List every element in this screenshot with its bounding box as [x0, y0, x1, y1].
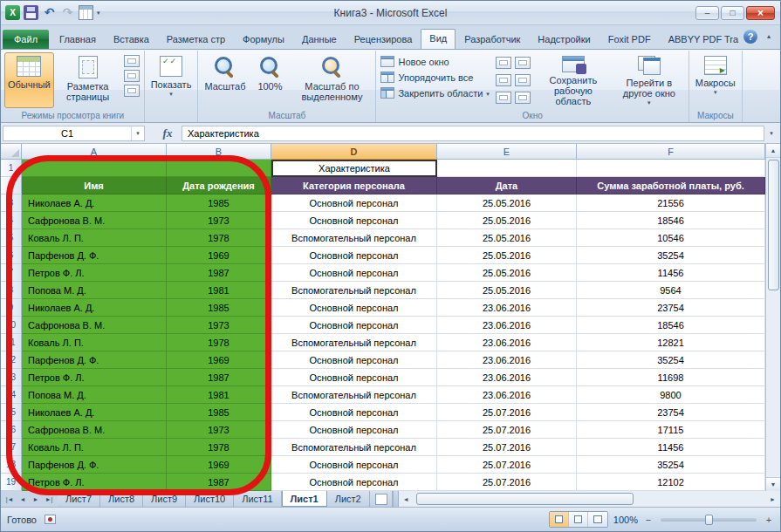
cell-A5[interactable]: Коваль Л. П. [22, 229, 167, 247]
cell-B6[interactable]: 1969 [167, 247, 271, 264]
cell-E16[interactable]: 25.07.2016 [437, 421, 577, 439]
sheet-nav-prev-icon[interactable]: ◄ [17, 496, 29, 502]
expand-formula-bar-icon[interactable]: ▾ [764, 130, 778, 137]
restore-window-icon[interactable]: □ [721, 6, 744, 20]
tab-splitter[interactable] [393, 491, 399, 507]
cell-A3[interactable]: Николаев А. Д. [22, 194, 167, 212]
column-header-D[interactable]: D [271, 144, 437, 160]
row-header-19[interactable]: 19 [1, 474, 22, 491]
cell-E3[interactable]: 25.05.2016 [437, 194, 577, 212]
sheet-nav-first-icon[interactable]: |◄ [3, 496, 16, 502]
cell-E11[interactable]: 23.06.2016 [437, 334, 577, 351]
sheet-tab-Лист11[interactable]: Лист11 [234, 491, 281, 507]
row-header-10[interactable]: 10 [1, 317, 22, 334]
unhide-window-icon[interactable] [496, 92, 511, 104]
cell-D15[interactable]: Основной персонал [271, 404, 437, 421]
cell-F18[interactable]: 35254 [577, 456, 765, 474]
insert-function-button[interactable]: fx [154, 126, 182, 141]
zoom-100-button[interactable]: 100% [250, 52, 290, 108]
cell-B9[interactable]: 1985 [167, 299, 271, 317]
ribbon-tab-3[interactable]: Разметка стр [158, 31, 234, 49]
ribbon-tab-7[interactable]: Вид [421, 29, 456, 49]
cell-B2[interactable]: Дата рождения [167, 177, 271, 194]
row-header-18[interactable]: 18 [1, 456, 22, 474]
excel-app-icon[interactable] [5, 5, 20, 20]
reset-position-icon[interactable] [515, 92, 531, 104]
cell-A8[interactable]: Попова М. Д. [22, 282, 167, 299]
minimize-window-icon[interactable]: – [695, 6, 719, 20]
formula-content[interactable]: Характеристика [182, 126, 764, 141]
cell-F9[interactable]: 23754 [577, 299, 765, 317]
cell-F8[interactable]: 9564 [577, 282, 765, 299]
cell-A12[interactable]: Парфенов Д. Ф. [22, 351, 167, 369]
cell-D8[interactable]: Вспомогательный персонал [271, 282, 437, 299]
cell-D2[interactable]: Категория персонала [271, 177, 437, 194]
cell-F15[interactable]: 23754 [577, 404, 765, 421]
formula-bar-splitter[interactable] [145, 125, 154, 141]
help-icon[interactable]: ? [743, 30, 757, 44]
cell-B1[interactable] [167, 160, 271, 177]
ribbon-tab-0[interactable]: Файл [3, 30, 49, 49]
cell-A19[interactable]: Петров Ф. Л. [22, 474, 167, 491]
cell-F4[interactable]: 18546 [577, 212, 765, 229]
cell-A16[interactable]: Сафронова В. М. [22, 421, 167, 439]
view-side-by-side-icon[interactable] [515, 57, 531, 69]
zoom-slider-thumb[interactable] [705, 515, 713, 525]
row-header-2[interactable]: 2 [1, 177, 22, 194]
zoom-slider[interactable] [661, 518, 757, 522]
row-header-8[interactable]: 8 [1, 282, 22, 299]
cell-E13[interactable]: 23.06.2016 [437, 369, 577, 386]
row-header-13[interactable]: 13 [1, 369, 22, 386]
sheet-tab-Лист10[interactable]: Лист10 [186, 491, 234, 507]
row-header-4[interactable]: 4 [1, 212, 22, 229]
ribbon-tab-10[interactable]: Foxit PDF [599, 31, 660, 49]
cell-A18[interactable]: Парфенов Д. Ф. [22, 456, 167, 474]
vertical-scrollbar[interactable]: ▲ ▼ [765, 144, 780, 491]
cell-B18[interactable]: 1969 [167, 456, 271, 474]
cell-D1[interactable]: Характеристика [271, 160, 437, 177]
cell-A15[interactable]: Николаев А. Д. [22, 404, 167, 421]
cell-D7[interactable]: Основной персонал [271, 264, 437, 282]
grid-icon[interactable] [79, 5, 93, 20]
cell-E17[interactable]: 25.07.2016 [437, 439, 577, 456]
cell-A6[interactable]: Парфенов Д. Ф. [22, 247, 167, 264]
sync-scroll-icon[interactable] [515, 74, 531, 86]
save-workspace-button[interactable]: Сохранить рабочую область [535, 52, 612, 108]
cell-A10[interactable]: Сафронова В. М. [22, 317, 167, 334]
zoom-out-icon[interactable]: − [643, 515, 654, 525]
normal-view-button[interactable]: Обычный [4, 52, 54, 108]
macros-button[interactable]: Макросы ▾ [692, 52, 739, 108]
scroll-down-icon[interactable]: ▼ [766, 477, 780, 491]
undo-icon[interactable]: ↶ [42, 5, 57, 20]
close-window-icon[interactable]: × [746, 6, 775, 20]
cell-B11[interactable]: 1978 [167, 334, 271, 351]
zoom-button[interactable]: Масштаб [201, 52, 249, 108]
normal-view-toggle-icon[interactable] [550, 512, 569, 527]
cell-A17[interactable]: Коваль Л. П. [22, 439, 167, 456]
cell-E14[interactable]: 23.06.2016 [437, 386, 577, 404]
customize-qat-icon[interactable]: ▾ [97, 10, 106, 17]
cell-A11[interactable]: Коваль Л. П. [22, 334, 167, 351]
cell-D9[interactable]: Основной персонал [271, 299, 437, 317]
freeze-panes-button[interactable]: Закрепить области ▾ [380, 87, 489, 99]
cell-F7[interactable]: 11456 [577, 264, 765, 282]
page-break-preview-icon[interactable] [124, 55, 140, 67]
row-header-5[interactable]: 5 [1, 229, 22, 247]
row-header-9[interactable]: 9 [1, 299, 22, 317]
row-header-7[interactable]: 7 [1, 264, 22, 282]
cell-E12[interactable]: 23.06.2016 [437, 351, 577, 369]
cell-E7[interactable]: 25.05.2016 [437, 264, 577, 282]
cell-F11[interactable]: 12821 [577, 334, 765, 351]
cell-D3[interactable]: Основной персонал [271, 194, 437, 212]
page-layout-button[interactable]: Разметка страницы [55, 52, 121, 108]
cell-B16[interactable]: 1973 [167, 421, 271, 439]
cell-F19[interactable]: 12102 [577, 474, 765, 491]
name-box[interactable]: C1 ▾ [3, 126, 145, 141]
ribbon-tab-5[interactable]: Данные [293, 31, 346, 49]
cell-D13[interactable]: Основной персонал [271, 369, 437, 386]
cell-F10[interactable]: 18546 [577, 317, 765, 334]
cell-B15[interactable]: 1985 [167, 404, 271, 421]
zoom-in-icon[interactable]: + [764, 515, 774, 525]
cell-F13[interactable]: 11698 [577, 369, 765, 386]
cell-B3[interactable]: 1985 [167, 194, 271, 212]
